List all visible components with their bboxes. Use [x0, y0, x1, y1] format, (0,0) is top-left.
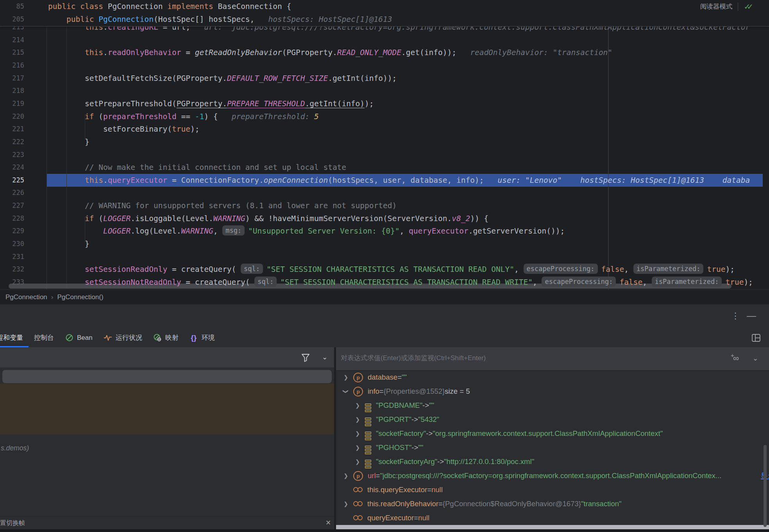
filter-icon[interactable]: [300, 352, 311, 363]
code-line-231[interactable]: 231: [0, 250, 769, 263]
code-line-224[interactable]: 224 // Now make the initial connection a…: [0, 161, 769, 174]
line-number[interactable]: 222: [0, 136, 24, 148]
watch-row[interactable]: this.queryExecutor = null: [336, 483, 769, 497]
add-watch-icon[interactable]: +∞: [730, 353, 743, 364]
line-number[interactable]: 223: [0, 148, 24, 161]
evaluate-expression-bar[interactable]: 对表达式求值(Enter)或添加监视(Ctrl+Shift+Enter) +∞ …: [336, 347, 769, 371]
line-number[interactable]: 215: [0, 46, 24, 59]
line-number[interactable]: 230: [0, 237, 24, 250]
line-number[interactable]: 224: [0, 161, 24, 174]
close-icon[interactable]: ✕: [324, 518, 333, 528]
code-text[interactable]: public PgConnection(HostSpec[] hostSpecs…: [48, 13, 392, 26]
line-number[interactable]: 229: [0, 225, 24, 237]
more-options-icon[interactable]: ⋮: [730, 310, 741, 322]
line-number[interactable]: 227: [0, 199, 24, 212]
code-line-221[interactable]: 221 setForceBinary(true);: [0, 123, 769, 136]
code-text[interactable]: if (LOGGER.isLoggable(Level.WARNING) && …: [48, 212, 488, 225]
code-editor[interactable]: 213 this.creatingURL = url; url: "jdbc:p…: [0, 0, 769, 289]
expand-chevron-icon[interactable]: ❯: [343, 501, 349, 507]
expand-chevron-icon[interactable]: ❯: [355, 445, 360, 451]
library-frames-block[interactable]: [0, 384, 334, 434]
code-line-226[interactable]: 226: [0, 186, 769, 199]
line-number[interactable]: 228: [0, 212, 24, 225]
line-number[interactable]: 233: [0, 276, 24, 289]
line-number[interactable]: 218: [0, 84, 24, 97]
tab-bean-2[interactable]: Bean: [59, 328, 98, 347]
watch-row[interactable]: queryExecutor = null: [336, 511, 769, 525]
line-number[interactable]: 231: [0, 250, 24, 263]
code-text[interactable]: if (prepareThreshold == -1) { prepareThr…: [48, 110, 319, 123]
tab-label-1[interactable]: 控制台: [29, 328, 59, 347]
code-line-219[interactable]: 219 setPrepareThreshold(PGProperty.PREPA…: [0, 97, 769, 110]
code-text[interactable]: // WARNING for unsupported servers (8.1 …: [48, 199, 397, 212]
expand-chevron-icon[interactable]: ❯: [343, 374, 349, 380]
line-number[interactable]: 214: [0, 34, 24, 46]
reader-mode-toggle[interactable]: 阅读器模式: [700, 2, 733, 11]
code-text[interactable]: this.readOnlyBehavior = getReadOnlyBehav…: [48, 46, 612, 59]
code-text[interactable]: setPrepareThreshold(PGProperty.PREPARE_T…: [48, 97, 374, 110]
line-number[interactable]: 216: [0, 59, 24, 72]
breadcrumb-method[interactable]: PgConnection(): [55, 293, 106, 301]
layout-settings-icon[interactable]: [751, 333, 761, 343]
code-text[interactable]: setSessionNotReadOnly = createQuery( sql…: [48, 276, 753, 289]
line-number[interactable]: 220: [0, 110, 24, 123]
code-text[interactable]: setSessionReadOnly = createQuery( sql:"S…: [48, 263, 735, 276]
code-line-214[interactable]: 214: [0, 34, 769, 46]
code-line-205[interactable]: 205 public PgConnection(HostSpec[] hostS…: [0, 13, 769, 26]
chevron-down-icon[interactable]: ⌄: [320, 352, 330, 363]
tab-braces-5[interactable]: {}环境: [184, 328, 220, 347]
code-text[interactable]: }: [48, 237, 89, 250]
code-text[interactable]: setDefaultFetchSize(PGProperty.DEFAULT_R…: [48, 72, 397, 85]
code-line-229[interactable]: 229 LOGGER.log(Level.WARNING, msg:"Unsup…: [0, 225, 769, 237]
code-line-225[interactable]: 225 this.queryExecutor = ConnectionFacto…: [0, 174, 769, 187]
line-number[interactable]: 85: [0, 0, 24, 13]
line-number[interactable]: 219: [0, 97, 24, 110]
expand-chevron-icon[interactable]: ❯: [355, 416, 360, 423]
thread-row-selected[interactable]: [2, 370, 332, 383]
line-number[interactable]: 226: [0, 186, 24, 199]
stack-frame-label[interactable]: s.demos): [1, 444, 29, 452]
code-line-217[interactable]: 217 setDefaultFetchSize(PGProperty.DEFAU…: [0, 72, 769, 85]
watch-row[interactable]: ❯this.readOnlyBehavior = {PgConnection$R…: [336, 497, 769, 511]
watch-row[interactable]: ❯pdatabase = "": [336, 370, 769, 384]
watch-row[interactable]: ❯pinfo = {Properties@1552} size = 5: [336, 384, 769, 398]
expand-chevron-icon[interactable]: ❯: [355, 402, 360, 409]
chevron-down-icon[interactable]: ⌄: [750, 353, 760, 364]
expand-chevron-icon[interactable]: ❯: [355, 459, 360, 465]
expand-chevron-icon[interactable]: ❯: [343, 473, 349, 479]
code-text[interactable]: LOGGER.log(Level.WARNING, msg:"Unsupport…: [48, 225, 565, 237]
minimize-icon[interactable]: —: [745, 310, 758, 322]
line-number[interactable]: 205: [0, 13, 24, 26]
watch-row[interactable]: ❯"PGPORT" -> "5432": [336, 412, 769, 427]
tab-label-0[interactable]: 线程和变量: [0, 328, 29, 347]
inspections-ok-icon[interactable]: ✓✓: [744, 2, 753, 11]
code-line-233[interactable]: 233 setSessionNotReadOnly = createQuery(…: [0, 276, 769, 289]
code-line-228[interactable]: 228 if (LOGGER.isLoggable(Level.WARNING)…: [0, 212, 769, 225]
line-number[interactable]: 232: [0, 263, 24, 276]
code-text[interactable]: setForceBinary(true);: [48, 123, 199, 136]
watch-row[interactable]: ❯"socketFactory" -> "org.springframework…: [336, 427, 769, 441]
code-line-220[interactable]: 220 if (prepareThreshold == -1) { prepar…: [0, 110, 769, 123]
code-line-223[interactable]: 223: [0, 148, 769, 161]
code-line-215[interactable]: 215 this.readOnlyBehavior = getReadOnlyB…: [0, 46, 769, 59]
expand-chevron-icon[interactable]: ❯: [355, 430, 360, 437]
tab-mappings-4[interactable]: 映射: [148, 328, 184, 347]
code-text[interactable]: }: [48, 136, 89, 148]
code-line-222[interactable]: 222 }: [0, 136, 769, 148]
expand-chevron-icon[interactable]: ❯: [343, 389, 349, 394]
code-text[interactable]: // Now make the initial connection and s…: [48, 161, 346, 174]
code-text[interactable]: this.queryExecutor = ConnectionFactory.o…: [48, 174, 750, 187]
tab-pulse-3[interactable]: 运行状况: [98, 328, 148, 347]
watch-row[interactable]: ❯purl = "jdbc:postgresql:///?socketFacto…: [336, 469, 769, 483]
code-line-232[interactable]: 232 setSessionReadOnly = createQuery( sq…: [0, 263, 769, 276]
line-number[interactable]: 221: [0, 123, 24, 136]
watch-row[interactable]: ❯"socketFactoryArg" -> "http://127.0.0.1…: [336, 455, 769, 469]
code-text[interactable]: public class PgConnection implements Bas…: [48, 0, 291, 13]
line-number[interactable]: 225: [0, 174, 24, 187]
code-line-85[interactable]: 85public class PgConnection implements B…: [0, 0, 769, 13]
code-line-227[interactable]: 227 // WARNING for unsupported servers (…: [0, 199, 769, 212]
vertical-scrollbar[interactable]: [764, 445, 767, 527]
line-number[interactable]: 217: [0, 72, 24, 85]
code-line-230[interactable]: 230 }: [0, 237, 769, 250]
watch-row[interactable]: ❯"PGDBNAME" -> "": [336, 398, 769, 412]
